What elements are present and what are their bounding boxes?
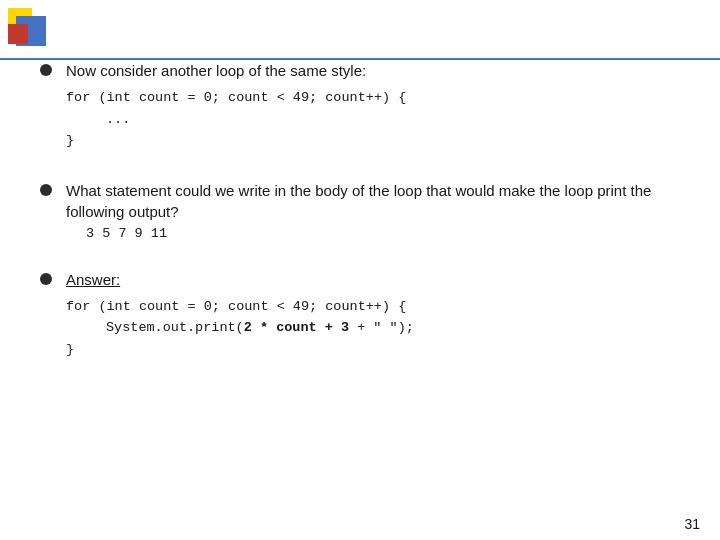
logo-red-square [8, 24, 28, 44]
main-content: Now consider another loop of the same st… [40, 60, 700, 510]
code-line-3-1: for (int count = 0; count < 49; count++)… [66, 296, 700, 318]
bullet-1 [40, 64, 52, 76]
section-2-content: What statement could we write in the bod… [66, 180, 700, 241]
code-line-3-3: } [66, 339, 700, 361]
code-line-1-1: for (int count = 0; count < 49; count++)… [66, 87, 700, 109]
code-line-1-2: ... [66, 109, 700, 131]
section-2-output: 3 5 7 9 11 [66, 226, 700, 241]
section-1-heading: Now consider another loop of the same st… [66, 62, 366, 79]
section-2-heading: What statement could we write in the bod… [66, 182, 651, 220]
code-line-3-2: System.out.print(2 * count + 3 + " "); [66, 317, 700, 339]
section-1-content: Now consider another loop of the same st… [66, 60, 700, 152]
section-3: Answer: for (int count = 0; count < 49; … [40, 269, 700, 361]
section-2: What statement could we write in the bod… [40, 180, 700, 241]
section-3-heading: Answer: [66, 271, 120, 288]
page-number: 31 [684, 516, 700, 532]
bullet-2 [40, 184, 52, 196]
bold-expression: 2 * count + 3 [244, 320, 349, 335]
section-3-content: Answer: for (int count = 0; count < 49; … [66, 269, 700, 361]
section-1-code: for (int count = 0; count < 49; count++)… [66, 87, 700, 152]
section-3-code: for (int count = 0; count < 49; count++)… [66, 296, 700, 361]
code-line-1-3: } [66, 130, 700, 152]
section-1: Now consider another loop of the same st… [40, 60, 700, 152]
bullet-3 [40, 273, 52, 285]
logo-decoration [0, 0, 60, 60]
